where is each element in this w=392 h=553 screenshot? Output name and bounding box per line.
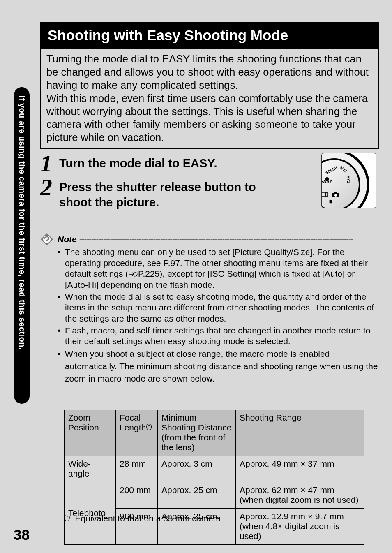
note-bullet: • When you shoot a subject at close rang… bbox=[58, 348, 379, 384]
macro-spec-table: Zoom Position Focal Length(*) Minimum Sh… bbox=[64, 410, 364, 545]
step-number: 1 bbox=[40, 153, 59, 174]
bullet-text: When you shoot a subject at close range,… bbox=[65, 348, 379, 384]
cell-dist: Approx. 3 cm bbox=[158, 456, 236, 482]
note-dashes: ----------------------------------------… bbox=[79, 234, 353, 244]
note-bullet: • The shooting menu can only be used to … bbox=[58, 247, 379, 291]
cell-zoom: Wide-angle bbox=[65, 456, 116, 482]
col-focal-length: Focal Length(*) bbox=[116, 410, 158, 456]
bullet-icon: • bbox=[58, 247, 65, 291]
sidebar-tab: If you are using the camera for the firs… bbox=[14, 87, 30, 404]
note-bullet: • Flash, macro, and self-timer settings … bbox=[58, 325, 379, 347]
note-list: • The shooting menu can only be used to … bbox=[58, 247, 379, 385]
cell-focal: 200 mm bbox=[116, 482, 158, 509]
footnote-sup: (*) bbox=[64, 514, 70, 521]
table-row: Telephoto 200 mm Approx. 25 cm Approx. 6… bbox=[65, 482, 364, 509]
bullet-text: The shooting menu can only be used to se… bbox=[65, 247, 379, 291]
bullet-text: When the mode dial is set to easy shooti… bbox=[65, 292, 379, 324]
dial-scene-label: SCENE bbox=[325, 165, 338, 175]
step-text: Turn the mode dial to EASY. bbox=[59, 153, 289, 171]
footnote-text: Equivalent to that on a 35 mm camera bbox=[75, 514, 221, 523]
intro-box: Turning the mode dial to EASY limits the… bbox=[40, 49, 379, 149]
svg-rect-0 bbox=[322, 192, 326, 197]
cell-dist: Approx. 25 cm bbox=[158, 482, 236, 509]
cell-focal: 28 mm bbox=[116, 456, 158, 482]
bullet-icon: • bbox=[58, 292, 65, 324]
col-shooting-range: Shooting Range bbox=[236, 410, 364, 456]
dial-playback-icon: ▣ bbox=[329, 199, 333, 204]
sidebar-text: If you are using the camera for the firs… bbox=[14, 95, 30, 396]
note-bullet: • When the mode dial is set to easy shoo… bbox=[58, 292, 379, 324]
intro-paragraph-2: With this mode, even first-time users ca… bbox=[46, 93, 368, 143]
cell-range: Approx. 62 mm × 47 mm(when digital zoom … bbox=[236, 482, 364, 509]
cell-range: Approx. 12.9 mm × 9.7 mm(when 4.8× digit… bbox=[236, 509, 364, 545]
svg-marker-1 bbox=[326, 192, 328, 197]
note-label: Note bbox=[58, 234, 77, 244]
mode-dial-illustration: EASY SCENE MY1 MY2 ▣ bbox=[321, 153, 376, 208]
step-text: Press the shutter release button to shoo… bbox=[59, 177, 289, 210]
dial-my1-label: MY1 bbox=[346, 176, 350, 183]
col-zoom-position: Zoom Position bbox=[65, 410, 116, 456]
bullet-text: Flash, macro, and self-timer settings th… bbox=[65, 325, 379, 347]
svg-point-4 bbox=[334, 194, 337, 197]
step-number: 2 bbox=[40, 177, 59, 198]
intro-paragraph-1: Turning the mode dial to EASY limits the… bbox=[46, 53, 369, 91]
hand-pointer-icon bbox=[128, 271, 138, 277]
table-header-row: Zoom Position Focal Length(*) Minimum Sh… bbox=[65, 410, 364, 456]
bullet-icon: • bbox=[58, 348, 65, 384]
bullet-icon: • bbox=[58, 325, 65, 347]
svg-rect-3 bbox=[334, 192, 337, 194]
footnote: (*) Equivalent to that on a 35 mm camera bbox=[64, 514, 221, 523]
table-row: Wide-angle 28 mm Approx. 3 cm Approx. 49… bbox=[65, 456, 364, 482]
dial-indicator-dot bbox=[325, 177, 329, 181]
dial-my2-label: MY2 bbox=[339, 165, 348, 173]
page-number: 38 bbox=[14, 527, 30, 543]
section-title: Shooting with Easy Shooting Mode bbox=[40, 22, 379, 49]
dial-video-icon bbox=[322, 192, 328, 198]
note-header: Note -----------------------------------… bbox=[58, 234, 378, 244]
cell-range: Approx. 49 mm × 37 mm bbox=[236, 456, 364, 482]
dial-camera-icon bbox=[332, 192, 339, 199]
col-min-distance: Minimum Shooting Distance (from the fron… bbox=[158, 410, 236, 456]
note-icon bbox=[40, 233, 53, 246]
